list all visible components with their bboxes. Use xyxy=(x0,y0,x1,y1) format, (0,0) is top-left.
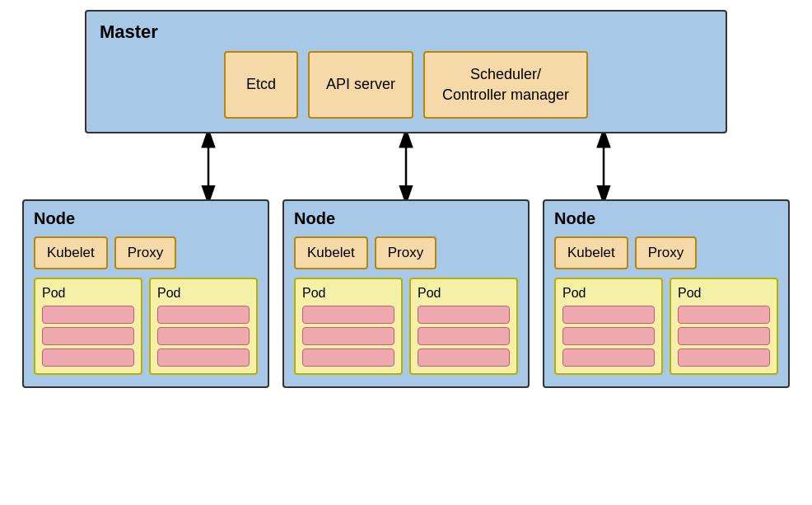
pod-label-1-1: Pod xyxy=(42,286,134,301)
pod-label-2-1: Pod xyxy=(302,286,394,301)
container-bar xyxy=(678,348,770,367)
node-top-row-1: Kubelet Proxy xyxy=(34,236,258,269)
node-label-2: Node xyxy=(294,209,518,228)
container-bar xyxy=(42,327,134,345)
container-bar xyxy=(302,306,394,324)
container-bar xyxy=(562,306,655,324)
pod-label-1-2: Pod xyxy=(157,286,250,301)
pod-label-2-2: Pod xyxy=(418,286,510,301)
node-pods-row-3: Pod Pod xyxy=(554,278,778,375)
pod-3-2: Pod xyxy=(670,278,778,375)
pod-3-1: Pod xyxy=(554,278,663,375)
container-bar xyxy=(157,327,250,345)
node-box-2: Node Kubelet Proxy Pod Pod xyxy=(282,199,530,388)
pod-1-2: Pod xyxy=(149,278,258,375)
container-bar xyxy=(418,306,510,324)
pod-label-3-1: Pod xyxy=(562,286,655,301)
arrows-area xyxy=(85,133,727,199)
master-box: Master Etcd API server Scheduler/Control… xyxy=(85,10,727,133)
container-bar xyxy=(157,348,250,367)
container-bar xyxy=(42,306,134,324)
kubelet-2: Kubelet xyxy=(294,236,368,269)
container-bar xyxy=(302,327,394,345)
container-bar xyxy=(678,327,770,345)
master-component-etcd: Etcd xyxy=(224,51,298,119)
master-component-api: API server xyxy=(308,51,413,119)
proxy-3: Proxy xyxy=(635,236,697,269)
nodes-row: Node Kubelet Proxy Pod Pod xyxy=(11,199,801,388)
container-bar xyxy=(418,327,510,345)
node-top-row-2: Kubelet Proxy xyxy=(294,236,518,269)
proxy-2: Proxy xyxy=(375,236,436,269)
container-bar xyxy=(157,306,250,324)
arrows-svg xyxy=(85,133,727,199)
node-top-row-3: Kubelet Proxy xyxy=(554,236,778,269)
pod-1-1: Pod xyxy=(34,278,142,375)
container-bar xyxy=(42,348,134,367)
master-component-scheduler: Scheduler/Controller manager xyxy=(423,51,588,119)
diagram: Master Etcd API server Scheduler/Control… xyxy=(11,10,801,496)
node-pods-row-1: Pod Pod xyxy=(34,278,258,375)
proxy-1: Proxy xyxy=(114,236,176,269)
pod-label-3-2: Pod xyxy=(678,286,770,301)
kubelet-1: Kubelet xyxy=(34,236,108,269)
container-bar xyxy=(418,348,510,367)
node-box-3: Node Kubelet Proxy Pod Pod xyxy=(543,199,790,388)
master-components: Etcd API server Scheduler/Controller man… xyxy=(100,51,712,119)
kubelet-3: Kubelet xyxy=(554,236,628,269)
pod-2-2: Pod xyxy=(409,278,518,375)
container-bar xyxy=(562,327,655,345)
container-bar xyxy=(678,306,770,324)
node-box-1: Node Kubelet Proxy Pod Pod xyxy=(22,199,269,388)
node-pods-row-2: Pod Pod xyxy=(294,278,518,375)
master-label: Master xyxy=(100,21,712,43)
container-bar xyxy=(562,348,655,367)
node-label-1: Node xyxy=(34,209,258,228)
node-label-3: Node xyxy=(554,209,778,228)
pod-2-1: Pod xyxy=(294,278,403,375)
container-bar xyxy=(302,348,394,367)
